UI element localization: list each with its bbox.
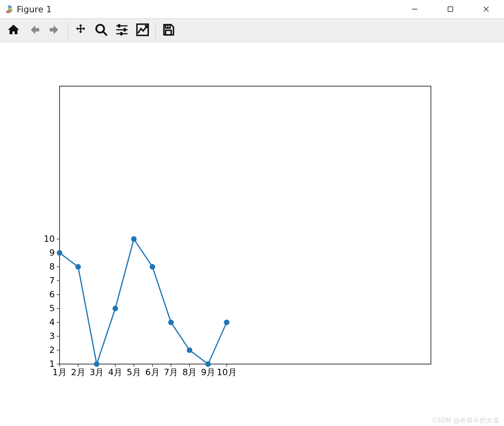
data-line xyxy=(60,239,227,364)
x-tick-label: 9月 xyxy=(201,367,215,377)
back-button[interactable] xyxy=(25,21,44,40)
y-tick-label: 3 xyxy=(49,331,55,341)
toolbar-separator xyxy=(155,23,156,39)
x-tick-label: 7月 xyxy=(164,367,178,377)
close-button[interactable] xyxy=(468,0,504,18)
y-tick-label: 5 xyxy=(49,303,55,313)
x-tick-label: 2月 xyxy=(71,367,85,377)
data-marker xyxy=(94,361,100,367)
data-marker xyxy=(187,347,192,353)
data-marker xyxy=(168,320,174,325)
pan-button[interactable] xyxy=(71,21,90,40)
arrow-left-icon xyxy=(27,23,41,38)
y-tick-label: 2 xyxy=(49,345,55,355)
forward-button[interactable] xyxy=(45,21,64,40)
y-tick-label: 7 xyxy=(49,276,55,285)
y-tick-label: 8 xyxy=(49,262,55,272)
data-marker xyxy=(75,264,81,270)
line-chart: 123456789101月2月3月4月5月6月7月8月9月10月 xyxy=(0,42,504,426)
matplotlib-toolbar xyxy=(0,19,504,42)
x-tick-label: 6月 xyxy=(145,367,160,377)
y-tick-label: 6 xyxy=(49,289,55,299)
y-tick-label: 9 xyxy=(49,248,55,258)
data-marker xyxy=(131,236,137,242)
data-marker xyxy=(224,320,230,325)
matplotlib-app-icon xyxy=(4,5,13,13)
save-button[interactable] xyxy=(159,21,178,40)
zoom-button[interactable] xyxy=(92,21,111,40)
data-marker xyxy=(205,361,211,367)
maximize-button[interactable] xyxy=(433,0,468,18)
move-icon xyxy=(74,23,87,38)
x-tick-label: 8月 xyxy=(182,367,197,377)
chart-line-icon xyxy=(136,23,149,38)
edit-axis-button[interactable] xyxy=(133,21,152,40)
svg-rect-15 xyxy=(167,25,168,28)
y-tick-label: 4 xyxy=(49,317,55,327)
x-tick-label: 5月 xyxy=(127,367,141,377)
x-tick-label: 4月 xyxy=(108,367,122,377)
zoom-icon xyxy=(95,23,108,38)
arrow-right-icon xyxy=(48,23,62,38)
x-tick-label: 3月 xyxy=(90,367,104,377)
window-controls xyxy=(397,0,504,18)
home-button[interactable] xyxy=(4,21,23,40)
svg-point-5 xyxy=(96,25,104,33)
configure-subplots-button[interactable] xyxy=(112,21,131,40)
minimize-button[interactable] xyxy=(397,0,433,18)
data-marker xyxy=(112,306,118,311)
svg-rect-16 xyxy=(166,30,171,35)
x-tick-label: 10月 xyxy=(217,367,237,377)
y-tick-label: 10 xyxy=(44,234,55,244)
svg-rect-12 xyxy=(120,32,123,36)
sliders-icon xyxy=(115,23,129,38)
svg-rect-10 xyxy=(118,24,120,28)
axes-spines xyxy=(60,86,431,364)
window-title: Figure 1 xyxy=(17,4,52,14)
data-marker xyxy=(57,250,62,256)
toolbar-separator xyxy=(68,23,68,39)
titlebar: Figure 1 xyxy=(0,0,504,19)
save-icon xyxy=(162,23,175,38)
svg-rect-2 xyxy=(448,7,453,12)
svg-line-6 xyxy=(103,31,107,35)
data-marker xyxy=(150,264,155,270)
home-icon xyxy=(7,23,20,38)
figure-canvas[interactable]: 123456789101月2月3月4月5月6月7月8月9月10月 CSDN @在… xyxy=(0,42,504,426)
svg-rect-11 xyxy=(124,28,126,32)
x-tick-label: 1月 xyxy=(52,367,67,377)
